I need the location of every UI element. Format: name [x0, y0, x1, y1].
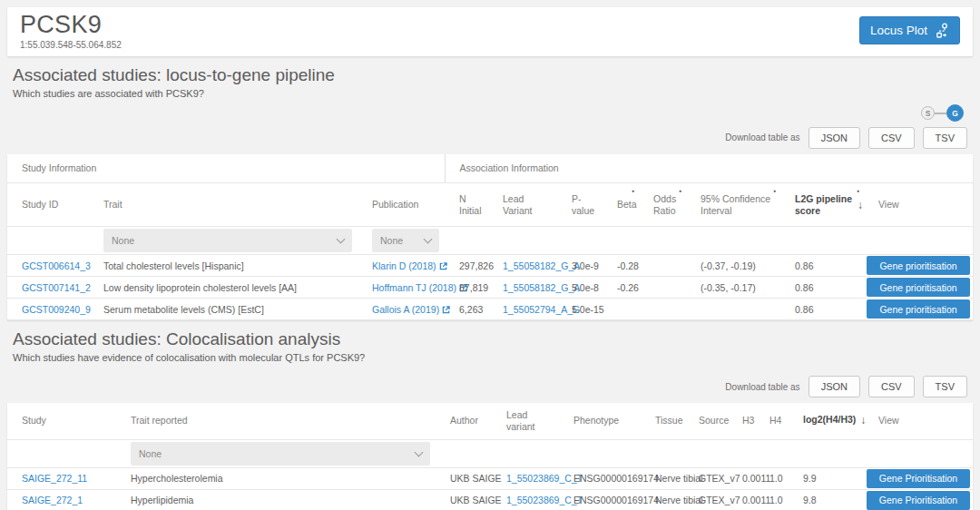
info-icon: ●	[679, 188, 681, 193]
author-cell: UKB SAIGE	[436, 467, 492, 489]
n-initial-cell: 6,263	[445, 299, 488, 320]
col-p-value[interactable]: P-value	[557, 183, 603, 227]
ci-cell	[686, 299, 780, 320]
ci-cell: (-0.35, -0.17)	[686, 277, 780, 299]
l2g-filter-row: None None	[7, 227, 973, 255]
col-log2-h4-h3[interactable]: log2(H4/H3)↓	[789, 403, 864, 439]
toggle-study-button[interactable]: S	[921, 106, 935, 120]
lead-variant-link[interactable]: 1_55023869_C_T	[506, 473, 583, 484]
col-study-id[interactable]: Study ID	[7, 183, 89, 227]
chevron-down-icon	[415, 447, 424, 456]
beta-cell: -0.28	[603, 255, 639, 277]
l2g-section-subtitle: Which studies are associated with PCSK9?	[13, 88, 967, 99]
external-link-icon	[442, 306, 450, 314]
download-label: Download table as	[725, 132, 799, 142]
col-lead-variant[interactable]: Lead Variant	[488, 183, 557, 227]
col-h3[interactable]: H3	[728, 403, 755, 439]
gene-prioritisation-button[interactable]: Gene prioritisation	[867, 299, 970, 319]
col-publication[interactable]: Publication	[358, 183, 445, 227]
l2g-score-cell: 0.86	[780, 299, 864, 320]
n-initial-cell: 297,826	[445, 255, 488, 277]
page-title: PCSK9	[20, 12, 122, 39]
lead-variant-link[interactable]: 1_55052794_A_G	[503, 304, 580, 315]
col-view: View	[864, 403, 973, 439]
trait-reported-filter-select[interactable]: None	[131, 442, 430, 466]
study-id-link[interactable]: GCST009240_9	[22, 304, 91, 315]
table-row: GCST009240_9 Serum metabolite levels (CM…	[7, 299, 973, 320]
col-source[interactable]: Source	[684, 403, 728, 439]
download-csv-button[interactable]: CSV	[868, 127, 915, 149]
coloc-section-title: Associated studies: Colocalisation analy…	[13, 329, 967, 349]
log2-cell: 9.8	[789, 489, 864, 510]
l2g-column-header-row: Study ID Trait Publication N Initial Lea…	[7, 183, 973, 227]
lead-variant-link[interactable]: 1_55058182_G_A	[503, 282, 580, 293]
study-link[interactable]: SAIGE_272_1	[22, 495, 83, 505]
download-csv-button[interactable]: CSV	[868, 376, 915, 397]
publication-link[interactable]: Klarin D (2018)	[372, 260, 447, 271]
lead-variant-link[interactable]: 1_55023869_C_T	[506, 495, 583, 505]
beta-cell: -0.26	[603, 277, 639, 299]
col-tissue[interactable]: Tissue	[641, 403, 684, 439]
gene-title-block: PCSK9 1:55.039.548-55.064.852	[20, 12, 122, 50]
study-link[interactable]: SAIGE_272_11	[22, 473, 87, 484]
gene-header: PCSK9 1:55.039.548-55.064.852 Locus Plot	[7, 7, 973, 56]
gene-prioritisation-button[interactable]: Gene prioritisation	[867, 278, 970, 297]
l2g-section: Associated studies: locus-to-gene pipeli…	[0, 65, 980, 321]
col-l2g-score[interactable]: L2G pipeline score●↓	[780, 183, 864, 227]
gene-prioritisation-button[interactable]: Gene prioritisation	[867, 256, 970, 275]
col-author[interactable]: Author	[436, 403, 492, 439]
toggle-gene-button[interactable]: G	[946, 104, 964, 122]
col-trait-reported[interactable]: Trait reported	[116, 403, 436, 439]
lead-variant-link[interactable]: 1_55058182_G_A	[503, 260, 580, 271]
chevron-down-icon	[337, 235, 346, 244]
col-study[interactable]: Study	[7, 403, 116, 439]
col-phenotype[interactable]: Phenotype	[559, 403, 641, 439]
l2g-section-title: Associated studies: locus-to-gene pipeli…	[13, 65, 967, 85]
col-n-initial[interactable]: N Initial	[445, 183, 488, 227]
col-trait[interactable]: Trait	[89, 183, 358, 227]
odds-ratio-cell	[639, 299, 686, 320]
table-row: GCST007141_2 Low density lipoprotein cho…	[7, 277, 973, 299]
col-view: View	[864, 183, 973, 227]
trait-cell: Serum metabolite levels (CMS) [EstC]	[89, 299, 358, 320]
odds-ratio-cell	[639, 277, 686, 299]
locus-plot-icon	[934, 23, 949, 38]
col-odds-ratio[interactable]: Odds Ratio●	[639, 183, 686, 227]
col-lead-variant[interactable]: Lead variant	[492, 403, 559, 439]
gene-prioritisation-button[interactable]: Gene Prioritisation	[867, 469, 970, 488]
gene-prioritisation-button[interactable]: Gene Prioritisation	[867, 491, 970, 510]
group-association-information: Association Information	[445, 154, 973, 183]
trait-reported-cell: Hyperlipidemia	[116, 489, 436, 510]
study-id-link[interactable]: GCST007141_2	[22, 282, 91, 293]
trait-cell: Total cholesterol levels [Hispanic]	[89, 255, 358, 277]
col-h4[interactable]: H4	[755, 403, 789, 439]
download-json-button[interactable]: JSON	[808, 376, 860, 397]
publication-link[interactable]: Gallois A (2019)	[372, 304, 450, 315]
trait-filter-select[interactable]: None	[103, 229, 352, 252]
trait-cell: Low density lipoprotein cholesterol leve…	[89, 277, 358, 299]
l2g-score-cell: 0.86	[780, 255, 864, 277]
beta-cell	[603, 299, 639, 320]
download-label: Download table as	[725, 382, 799, 392]
info-icon: ●	[773, 188, 776, 193]
external-link-icon	[439, 262, 447, 270]
coloc-section: Associated studies: Colocalisation analy…	[0, 329, 980, 510]
col-confidence-interval[interactable]: 95% Confidence Interval●	[686, 183, 780, 227]
toggle-connector	[935, 113, 946, 114]
chevron-down-icon	[424, 235, 433, 244]
gene-location: 1:55.039.548-55.064.852	[20, 40, 122, 50]
coloc-section-subtitle: Which studies have evidence of colocalis…	[13, 352, 967, 363]
study-id-link[interactable]: GCST006614_3	[22, 260, 91, 271]
download-json-button[interactable]: JSON	[808, 127, 860, 149]
sort-descending-icon: ↓	[858, 198, 863, 211]
publication-filter-select[interactable]: None	[372, 229, 439, 252]
odds-ratio-cell	[639, 255, 686, 277]
download-tsv-button[interactable]: TSV	[923, 127, 967, 149]
ci-cell: (-0.37, -0.19)	[686, 255, 780, 277]
publication-link[interactable]: Hoffmann TJ (2018)	[372, 282, 467, 293]
coloc-table: Study Trait reported Author Lead variant…	[7, 403, 973, 510]
col-beta[interactable]: Beta●	[603, 183, 639, 227]
l2g-table: Study Information Association Informatio…	[7, 154, 973, 321]
locus-plot-button[interactable]: Locus Plot	[859, 16, 960, 44]
download-tsv-button[interactable]: TSV	[923, 376, 967, 397]
